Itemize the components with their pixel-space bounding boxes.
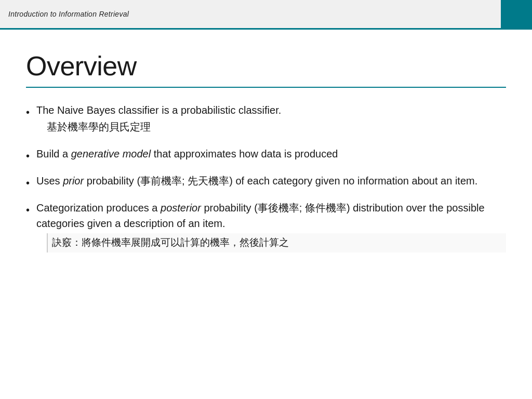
bullet-text-3: Uses prior probability (事前機率; 先天機率) of e… xyxy=(36,173,506,189)
bullet-item-1: • The Naive Bayes classifier is a probab… xyxy=(26,102,506,137)
bullet-dot-3: • xyxy=(26,175,36,191)
bullet-3-italic: prior xyxy=(63,175,84,187)
bullet-list: • The Naive Bayes classifier is a probab… xyxy=(26,102,506,252)
header-accent-block xyxy=(501,0,532,30)
bullet-text-2: Build a generative model that approximat… xyxy=(36,146,506,162)
bullet-item-2: • Build a generative model that approxim… xyxy=(26,146,506,164)
header-title: Introduction to Information Retrieval xyxy=(8,10,129,18)
slide-content: Overview • The Naive Bayes classifier is… xyxy=(0,30,532,277)
bullet-item-4: • Categorization produces a posterior pr… xyxy=(26,200,506,252)
bullet-1-annotation: 基於機率學的貝氏定理 xyxy=(47,119,506,135)
header: Introduction to Information Retrieval xyxy=(0,0,532,30)
title-underline xyxy=(26,87,506,88)
bullet-dot-2: • xyxy=(26,148,36,164)
bullet-dot-4: • xyxy=(26,202,36,218)
bullet-1-main: The Naive Bayes classifier is a probabil… xyxy=(36,104,281,116)
slide-title: Overview xyxy=(26,50,506,82)
bullet-4-tip: 訣竅：將條件機率展開成可以計算的機率，然後計算之 xyxy=(47,233,506,252)
bullet-text-4: Categorization produces a posterior prob… xyxy=(36,200,506,252)
bullet-dot-1: • xyxy=(26,104,36,120)
bullet-4-italic: posterior xyxy=(161,202,201,214)
bullet-4-main: Categorization produces a posterior prob… xyxy=(36,202,485,229)
bullet-text-1: The Naive Bayes classifier is a probabil… xyxy=(36,102,506,137)
bullet-2-italic: generative model xyxy=(71,148,151,159)
bullet-item-3: • Uses prior probability (事前機率; 先天機率) of… xyxy=(26,173,506,191)
